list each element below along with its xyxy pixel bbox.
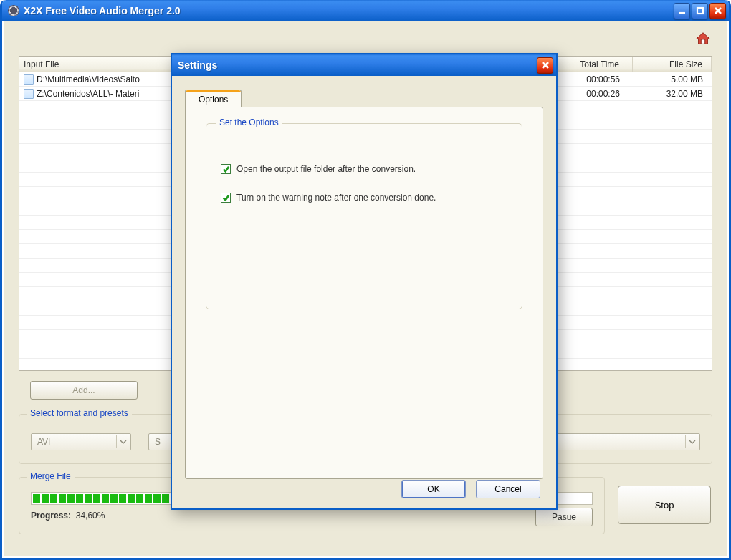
warning-note-label: Turn on the warning note after one conve… [236,193,436,203]
preset-select-value: S [155,437,161,447]
home-icon[interactable] [695,32,711,46]
pause-button[interactable]: Pasue [535,508,593,526]
tab-options[interactable]: Options [185,90,242,107]
app-reel-icon [8,5,19,16]
options-panel: Set the Options Open the output file fol… [185,107,543,479]
settings-title: Settings [178,59,217,71]
col-header-size[interactable]: File Size [633,57,712,72]
svg-rect-1 [697,8,703,14]
close-button[interactable] [710,3,726,19]
progress-label: Progress: 34,60% [31,511,105,521]
settings-titlebar[interactable]: Settings [172,54,556,76]
stop-button[interactable]: Stop [618,486,711,524]
main-titlebar[interactable]: X2X Free Video Audio Merger 2.0 [2,0,729,21]
maximize-button[interactable] [692,3,708,19]
format-select-value: AVI [37,437,50,447]
open-folder-label: Open the output file folder after the co… [236,164,416,174]
format-select[interactable]: AVI [31,433,131,450]
settings-close-button[interactable] [537,57,553,74]
chevron-down-icon [685,435,698,448]
progress-value: 34,60% [76,511,105,521]
options-legend: Set the Options [216,117,282,127]
format-legend: Select format and presets [27,408,132,418]
ok-button[interactable]: OK [401,480,466,498]
merge-legend: Merge File [27,471,75,481]
svg-rect-5 [701,39,705,44]
settings-dialog: Settings Options Set the Options Open th… [171,53,558,510]
warning-note-checkbox[interactable] [221,193,231,203]
add-button[interactable]: Add... [30,381,138,400]
file-icon [24,74,34,85]
chevron-down-icon [116,435,129,448]
file-icon [24,89,34,99]
open-folder-checkbox[interactable] [221,164,231,174]
cancel-button[interactable]: Cancel [476,480,540,498]
window-title: X2X Free Video Audio Merger 2.0 [24,5,181,16]
col-header-time[interactable]: Total Time [547,57,633,72]
progress-word: Progress: [31,511,71,521]
minimize-button[interactable] [674,3,690,19]
